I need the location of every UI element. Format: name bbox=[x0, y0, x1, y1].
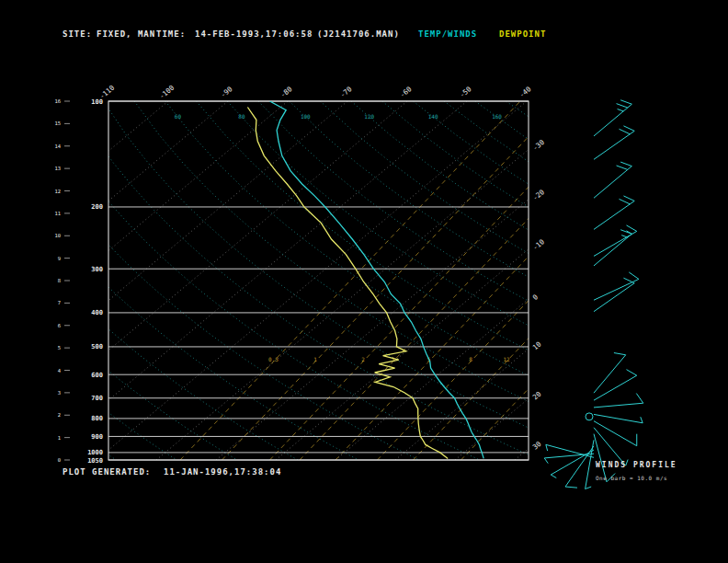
svg-text:120: 120 bbox=[364, 113, 374, 120]
svg-text:300: 300 bbox=[91, 266, 103, 273]
svg-text:-40: -40 bbox=[518, 85, 533, 99]
svg-text:-80: -80 bbox=[279, 85, 294, 99]
svg-text:60: 60 bbox=[175, 113, 182, 120]
winds-profile-title: WINDS PROFILE bbox=[596, 461, 677, 469]
svg-text:-100: -100 bbox=[158, 84, 176, 101]
svg-text:6: 6 bbox=[58, 323, 61, 328]
svg-text:-30: -30 bbox=[531, 138, 547, 153]
right-temp-labels: -30-20-100102030 bbox=[531, 138, 547, 452]
svg-text:-50: -50 bbox=[458, 85, 473, 99]
svg-text:9: 9 bbox=[58, 256, 61, 261]
svg-text:2: 2 bbox=[361, 356, 365, 362]
svg-text:-60: -60 bbox=[398, 85, 414, 99]
svg-text:-70: -70 bbox=[338, 85, 354, 99]
svg-text:8: 8 bbox=[58, 278, 61, 283]
svg-text:1: 1 bbox=[313, 356, 317, 362]
temperature-trace bbox=[270, 101, 484, 458]
svg-text:800: 800 bbox=[91, 415, 103, 422]
svg-text:500: 500 bbox=[91, 343, 103, 350]
svg-text:15: 15 bbox=[54, 121, 61, 126]
adiabat-labels: 6080100120140160 bbox=[175, 113, 503, 120]
top-temp-labels: -110-100-90-80-70-60-50-40 bbox=[98, 84, 533, 101]
svg-text:16: 16 bbox=[54, 98, 61, 104]
svg-text:600: 600 bbox=[91, 372, 103, 379]
svg-text:11: 11 bbox=[54, 211, 61, 216]
svg-text:700: 700 bbox=[91, 395, 103, 402]
svg-text:14: 14 bbox=[54, 144, 61, 149]
svg-text:7: 7 bbox=[58, 300, 61, 305]
isobar-lines bbox=[108, 101, 529, 460]
pressure-labels: 10020030040050060070080090010001050 bbox=[87, 98, 103, 465]
svg-text:20: 20 bbox=[531, 389, 543, 401]
svg-text:1000: 1000 bbox=[87, 449, 103, 456]
height-axis: 012345678910111213141516 bbox=[54, 98, 70, 463]
svg-text:12: 12 bbox=[54, 189, 61, 194]
wind-barbs bbox=[544, 100, 643, 489]
svg-text:10: 10 bbox=[54, 233, 61, 238]
svg-text:13: 13 bbox=[54, 166, 61, 171]
svg-text:3: 3 bbox=[58, 390, 61, 396]
svg-text:160: 160 bbox=[492, 113, 502, 120]
svg-text:10: 10 bbox=[531, 339, 543, 351]
svg-text:12: 12 bbox=[503, 356, 510, 362]
svg-text:0.5: 0.5 bbox=[268, 356, 279, 362]
mixing-ratio-lines bbox=[180, 101, 728, 460]
svg-text:4: 4 bbox=[58, 368, 62, 373]
svg-text:0: 0 bbox=[58, 457, 61, 463]
svg-text:140: 140 bbox=[428, 113, 438, 120]
svg-text:-90: -90 bbox=[219, 85, 234, 99]
sounding-viewer: SITE: FIXED, MAN TIME: 14-FEB-1993,17:06… bbox=[0, 0, 728, 563]
plot-frame bbox=[108, 101, 529, 460]
svg-text:-110: -110 bbox=[98, 84, 117, 101]
svg-text:-20: -20 bbox=[531, 188, 547, 202]
svg-text:100: 100 bbox=[301, 113, 311, 120]
svg-text:30: 30 bbox=[531, 440, 543, 452]
svg-text:80: 80 bbox=[238, 113, 245, 120]
svg-text:200: 200 bbox=[91, 203, 103, 211]
dry-adiabat-lines bbox=[0, 101, 728, 460]
barb-scale-note: One barb = 10.0 m/s bbox=[596, 475, 667, 481]
plot-generated-label: PLOT GENERATED: bbox=[63, 467, 151, 477]
isotherm-lines bbox=[0, 101, 728, 460]
svg-text:8: 8 bbox=[469, 356, 472, 362]
svg-text:5: 5 bbox=[58, 345, 61, 350]
svg-text:-10: -10 bbox=[531, 237, 547, 252]
svg-text:400: 400 bbox=[91, 309, 103, 316]
plot-generated-value: 11-JAN-1996,17:38:04 bbox=[164, 467, 281, 477]
svg-text:0: 0 bbox=[531, 293, 540, 302]
svg-text:1050: 1050 bbox=[87, 457, 103, 465]
svg-text:1: 1 bbox=[58, 435, 61, 441]
svg-text:2: 2 bbox=[58, 412, 61, 418]
svg-text:900: 900 bbox=[91, 433, 103, 441]
